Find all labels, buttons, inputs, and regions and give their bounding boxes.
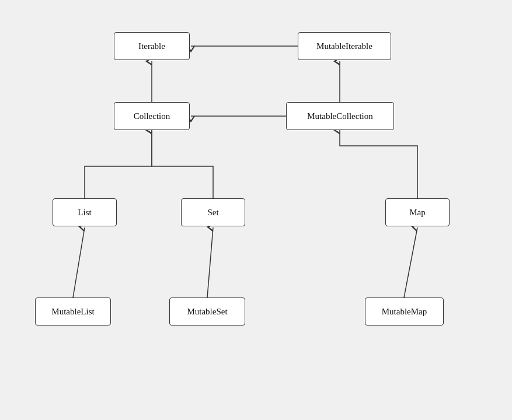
node-mutable-set: MutableSet (169, 298, 245, 326)
node-mutable-set-label: MutableSet (187, 307, 227, 317)
svg-line-6 (404, 228, 417, 298)
node-mutable-map: MutableMap (365, 298, 444, 326)
svg-line-5 (207, 228, 213, 298)
node-set-label: Set (207, 208, 218, 218)
node-mutable-list-label: MutableList (51, 307, 94, 317)
node-collection-label: Collection (134, 111, 170, 121)
node-set: Set (181, 198, 245, 226)
node-list-label: List (78, 208, 91, 218)
diagram-container: Iterable MutableIterable Collection Muta… (0, 0, 512, 420)
node-mutable-collection: MutableCollection (286, 102, 394, 130)
node-mutable-collection-label: MutableCollection (307, 111, 372, 121)
node-mutable-iterable-label: MutableIterable (316, 41, 372, 51)
node-mutable-map-label: MutableMap (382, 307, 427, 317)
node-iterable: Iterable (114, 32, 190, 60)
node-mutable-list: MutableList (35, 298, 111, 326)
svg-line-4 (73, 228, 85, 298)
node-mutable-iterable: MutableIterable (298, 32, 391, 60)
node-list: List (53, 198, 117, 226)
node-map: Map (385, 198, 450, 226)
node-collection: Collection (114, 102, 190, 130)
node-iterable-label: Iterable (138, 41, 165, 51)
node-map-label: Map (409, 208, 426, 218)
